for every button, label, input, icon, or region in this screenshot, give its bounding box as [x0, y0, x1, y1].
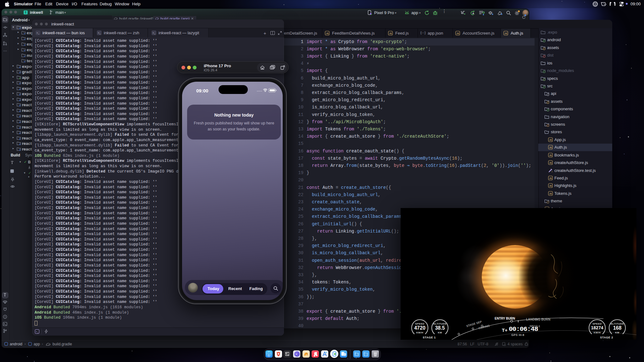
svg-text:JS: JS [457, 32, 459, 35]
svg-text:A: A [472, 12, 474, 15]
svg-text:JS: JS [549, 146, 552, 149]
svg-text:JS: JS [549, 139, 552, 141]
svg-text:JS: JS [549, 162, 552, 164]
svg-text:s: s [552, 171, 552, 173]
svg-text:JS: JS [549, 185, 552, 187]
svg-text:ENTRY BURN: ENTRY BURN [495, 317, 515, 320]
svg-text:JS: JS [549, 177, 552, 179]
svg-text:JS: JS [549, 154, 552, 156]
svg-text:LANDING BURN: LANDING BURN [526, 318, 550, 321]
svg-text:FAIRING: FAIRING [478, 324, 490, 330]
svg-text:JS: JS [389, 32, 392, 35]
svg-text:JS: JS [549, 192, 552, 195]
svg-text:JS: JS [505, 32, 508, 35]
svg-text:JS: JS [326, 32, 329, 35]
